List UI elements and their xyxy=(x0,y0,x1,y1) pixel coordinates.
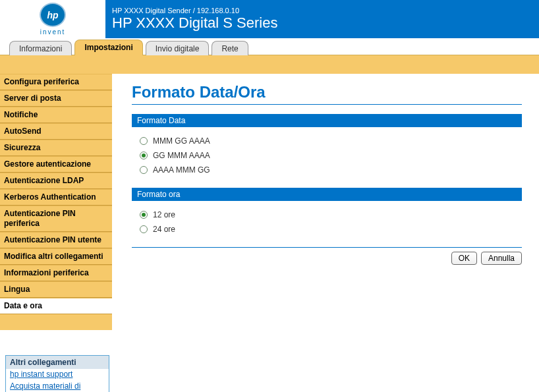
sidebar-item-autosend[interactable]: AutoSend xyxy=(0,123,112,140)
sidebar-item-autenticazione-pin-utente[interactable]: Autenticazione PIN utente xyxy=(0,232,112,248)
radio-label: GG MMM AAAA xyxy=(153,151,210,160)
tab-informazioni[interactable]: Informazioni xyxy=(9,41,72,55)
sidebar: Configura periferica Server di posta Not… xyxy=(0,74,112,330)
sidebar-item-notifiche[interactable]: Notifiche xyxy=(0,107,112,123)
sidebar-item-configura-periferica[interactable]: Configura periferica xyxy=(0,74,112,90)
logo-area: hp invent xyxy=(0,0,105,38)
title-area: HP XXXX Digital Sender / 192.168.0.10 HP… xyxy=(105,0,539,38)
sidebar-item-lingua[interactable]: Lingua xyxy=(0,281,112,298)
radio-label: MMM GG AAAA xyxy=(153,136,210,146)
link-hp-instant-support[interactable]: hp instant support xyxy=(6,369,109,381)
radio-icon xyxy=(140,225,148,233)
date-format-group: MMM GG AAAA GG MMM AAAA AAAA MMM GG xyxy=(132,134,522,188)
radio-label: 12 ore xyxy=(153,210,175,219)
hp-logo-icon: hp xyxy=(40,3,66,27)
button-row: OK Annulla xyxy=(132,247,522,265)
radio-label: AAAA MMM GG xyxy=(153,165,210,175)
radio-icon xyxy=(140,211,148,219)
radio-icon xyxy=(140,166,148,174)
left-column: Configura periferica Server di posta Not… xyxy=(0,74,115,392)
section-head-time: Formato ora xyxy=(132,188,522,201)
tab-invio-digitale[interactable]: Invio digitale xyxy=(146,41,210,55)
radio-icon xyxy=(140,137,148,145)
radio-label: 24 ore xyxy=(153,225,175,234)
product-title: HP XXXX Digital S Series xyxy=(112,14,539,32)
date-option-1[interactable]: GG MMM AAAA xyxy=(140,148,522,163)
tab-rete[interactable]: Rete xyxy=(212,41,248,55)
other-links-box: Altri collegamenti hp instant support Ac… xyxy=(5,355,109,392)
hp-logo: hp invent xyxy=(33,3,72,36)
date-option-0[interactable]: MMM GG AAAA xyxy=(140,134,522,148)
ok-button[interactable]: OK xyxy=(451,252,477,265)
section-head-date: Formato Data xyxy=(132,114,522,127)
header: hp invent HP XXXX Digital Sender / 192.1… xyxy=(0,0,539,38)
main: Configura periferica Server di posta Not… xyxy=(0,74,539,392)
tab-band xyxy=(0,55,539,74)
sidebar-item-kerberos-authentication[interactable]: Kerberos Authentication xyxy=(0,189,112,206)
time-format-group: 12 ore 24 ore xyxy=(132,208,522,247)
cancel-button[interactable]: Annulla xyxy=(481,252,522,265)
breadcrumb: HP XXXX Digital Sender / 192.168.0.10 xyxy=(112,7,539,14)
sidebar-spacer xyxy=(0,314,112,330)
time-option-0[interactable]: 12 ore xyxy=(140,208,522,222)
sidebar-item-autenticazione-pin-periferica[interactable]: Autenticazione PIN periferica xyxy=(0,206,112,232)
radio-icon xyxy=(140,152,148,159)
sidebar-item-sicurezza[interactable]: Sicurezza xyxy=(0,140,112,156)
sidebar-item-gestore-autenticazione[interactable]: Gestore autenticazione xyxy=(0,156,112,173)
sidebar-item-server-di-posta[interactable]: Server di posta xyxy=(0,90,112,107)
date-option-2[interactable]: AAAA MMM GG xyxy=(140,163,522,177)
hp-logo-word: invent xyxy=(40,28,66,36)
sidebar-item-data-e-ora[interactable]: Data e ora xyxy=(0,298,112,314)
time-option-1[interactable]: 24 ore xyxy=(140,222,522,237)
page-title: Formato Data/Ora xyxy=(132,79,522,105)
tabs: Informazioni Impostazioni Invio digitale… xyxy=(0,38,539,55)
sidebar-item-autenticazione-ldap[interactable]: Autenticazione LDAP xyxy=(0,173,112,189)
other-links-title: Altri collegamenti xyxy=(6,356,109,369)
content: Formato Data/Ora Formato Data MMM GG AAA… xyxy=(115,74,539,392)
tabs-row: Informazioni Impostazioni Invio digitale… xyxy=(0,38,539,55)
link-acquista-materiali[interactable]: Acquista materiali di consumo xyxy=(6,381,109,392)
sidebar-item-informazioni-periferica[interactable]: Informazioni periferica xyxy=(0,265,112,281)
tab-impostazioni[interactable]: Impostazioni xyxy=(74,40,142,55)
sidebar-item-modifica-altri-collegamenti[interactable]: Modifica altri collegamenti xyxy=(0,248,112,265)
